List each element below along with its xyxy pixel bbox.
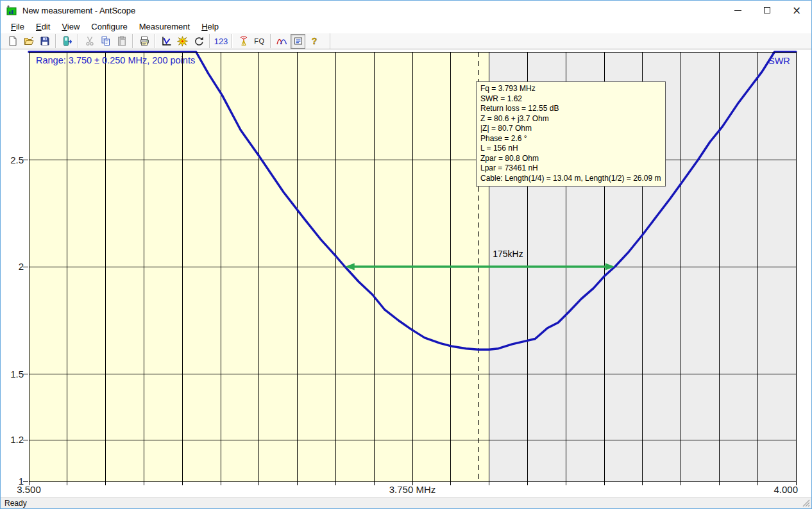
tooltip-line: Lpar = 73461 nH <box>480 163 661 174</box>
tooltip-line: Phase = 2.6 ° <box>480 134 661 144</box>
bandwidth-label: 175kHz <box>476 249 540 259</box>
tooltip-line: |Z| = 80.7 Ohm <box>480 124 661 134</box>
y-tick-label: 2 <box>1 260 24 273</box>
tooltip-line: Fq = 3.793 MHz <box>480 84 661 94</box>
save-floppy-icon <box>40 36 50 46</box>
connect-analyzer-icon <box>62 36 72 46</box>
data-list-button[interactable] <box>291 34 305 49</box>
refresh-icon <box>194 36 204 46</box>
close-button[interactable]: × <box>782 1 811 20</box>
window-controls: × <box>723 1 811 20</box>
toolbar-separator <box>132 34 133 48</box>
svg-text:?: ? <box>311 36 317 46</box>
minimize-button[interactable] <box>723 1 752 20</box>
dual-trace-icon <box>276 36 288 46</box>
antscope-app-icon <box>6 5 17 15</box>
toolbar-band-divider <box>330 33 330 49</box>
frequency-button[interactable]: FQ <box>252 34 267 49</box>
y-tick-label: 1.5 <box>1 368 24 381</box>
print-button[interactable] <box>137 34 151 49</box>
tooltip-line: L = 156 nH <box>480 144 661 154</box>
toolbar-separator <box>155 34 156 48</box>
swr-plot[interactable] <box>20 50 802 492</box>
refresh-button[interactable] <box>191 34 206 49</box>
menu-item[interactable]: View <box>56 21 85 33</box>
x-tick-label: 3.500 <box>0 484 67 496</box>
toolbar-separator <box>55 34 56 48</box>
points-count-button[interactable]: 123 <box>214 34 228 49</box>
save-button[interactable] <box>37 34 52 49</box>
paste-button[interactable] <box>114 34 129 49</box>
maximize-button[interactable] <box>752 1 782 20</box>
swr-chart-button[interactable] <box>159 34 174 49</box>
y-tick-label: 2.5 <box>1 154 24 167</box>
minimize-icon <box>734 10 741 11</box>
menu-item[interactable]: Help <box>196 21 224 33</box>
stop-button[interactable] <box>175 34 190 49</box>
toolbar-separator <box>232 34 233 48</box>
paste-clipboard-icon <box>117 36 127 46</box>
open-file-button[interactable] <box>21 34 36 49</box>
y-tick-label: 1.2 <box>1 433 24 446</box>
tooltip-line: Z = 80.6 + j3.7 Ohm <box>480 114 661 124</box>
tooltip-line: Cable: Length(1/4) = 13.04 m, Length(1/2… <box>480 174 661 184</box>
frequency-fq-icon: FQ <box>254 37 264 45</box>
menu-item[interactable]: Measurement <box>133 21 196 33</box>
help-icon: ? <box>309 36 319 46</box>
window-title: New measurement - AntScope <box>22 6 135 15</box>
new-file-button[interactable] <box>5 34 20 49</box>
menu-bar: FileEditViewConfigureMeasurementHelp <box>1 20 811 33</box>
dual-trace-button[interactable] <box>275 34 289 49</box>
print-icon <box>139 36 149 46</box>
close-icon: × <box>792 5 801 16</box>
status-bar: Ready <box>1 497 811 508</box>
antenna-icon <box>239 36 249 46</box>
copy-button[interactable] <box>98 34 113 49</box>
menu-item[interactable]: Edit <box>30 21 56 33</box>
data-list-icon <box>293 36 303 46</box>
tooltip-line: Return loss = 12.55 dB <box>480 104 661 114</box>
app-window: New measurement - AntScope × FileEditVie… <box>0 0 812 509</box>
copy-icon <box>101 36 111 46</box>
menu-item[interactable]: Configure <box>85 21 133 33</box>
cut-scissors-icon <box>85 36 95 46</box>
x-tick-label: 3.750 MHz <box>374 484 451 496</box>
toolbar-separator <box>209 34 210 48</box>
open-folder-icon <box>24 36 34 46</box>
chart-panel: Range: 3.750 ± 0.250 MHz, 200 points SWR… <box>1 49 811 497</box>
swr-chart-icon <box>162 36 172 46</box>
toolbar-separator <box>78 34 79 48</box>
help-button[interactable]: ? <box>307 34 321 49</box>
maximize-icon <box>764 7 770 13</box>
menu-item[interactable]: File <box>5 21 30 33</box>
new-document-icon <box>8 36 18 46</box>
measurement-tooltip: Fq = 3.793 MHzSWR = 1.62Return loss = 12… <box>476 81 666 187</box>
cut-button[interactable] <box>82 34 97 49</box>
swr-axis-label: SWR <box>768 56 790 66</box>
resize-grip-icon[interactable] <box>802 499 810 507</box>
title-bar[interactable]: New measurement - AntScope × <box>1 1 811 20</box>
range-readout: Range: 3.750 ± 0.250 MHz, 200 points <box>36 55 195 65</box>
points-123-icon: 123 <box>214 37 228 46</box>
stop-burst-icon <box>177 36 188 47</box>
toolbar: 123 FQ <box>1 33 811 49</box>
toolbar-separator <box>270 34 271 48</box>
connect-analyzer-button[interactable] <box>60 34 74 49</box>
antenna-button[interactable] <box>236 34 251 49</box>
status-text: Ready <box>4 499 27 508</box>
tooltip-line: Zpar = 80.8 Ohm <box>480 154 661 164</box>
tooltip-line: SWR = 1.62 <box>480 94 661 104</box>
x-tick-label: 4.000 <box>774 484 798 496</box>
